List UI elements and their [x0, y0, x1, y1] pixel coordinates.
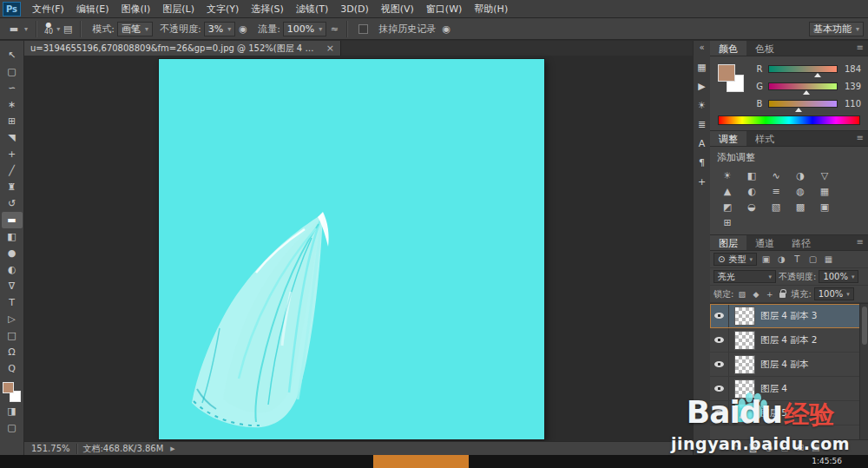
new-layer-icon[interactable]: ⊞	[797, 443, 804, 452]
document-tab[interactable]: u=3194655196,670808809&fm=26&gp=0.jpg @ …	[24, 41, 341, 56]
dodge-tool[interactable]: ◐	[2, 261, 23, 278]
erase-to-history-checkbox[interactable]	[358, 24, 368, 34]
eyedropper-tool[interactable]: ◥	[2, 129, 23, 146]
adjustment-preset-icon[interactable]: ◒	[740, 199, 764, 214]
paragraph-panel-icon[interactable]: ¶	[694, 153, 710, 172]
panel-menu-icon[interactable]: ≡	[857, 41, 868, 56]
menu-help[interactable]: 帮助(H)	[468, 0, 514, 18]
brush-preset-picker[interactable]: ● 40	[41, 21, 56, 36]
layer-row[interactable]: 图层 4 副本	[710, 353, 868, 377]
menu-select[interactable]: 选择(S)	[245, 0, 290, 18]
clone-source-panel-icon[interactable]: +	[694, 172, 710, 191]
quick-selection-tool[interactable]: ∗	[2, 96, 23, 113]
layer-name[interactable]: 图层 5	[760, 407, 787, 419]
tab-adjustments[interactable]: 调整	[710, 131, 746, 146]
visibility-cell[interactable]	[710, 377, 729, 400]
adjustment-preset-icon[interactable]: ☀	[715, 168, 740, 183]
color-spectrum-ramp[interactable]	[718, 115, 860, 125]
filter-adjustment-layers-icon[interactable]: ◑	[775, 254, 788, 264]
adjustment-preset-icon[interactable]: ▩	[788, 199, 812, 214]
blue-channel-slider[interactable]	[768, 100, 838, 108]
red-channel-value[interactable]: 184	[842, 64, 861, 74]
adjustment-preset-icon[interactable]: ◍	[788, 183, 812, 199]
menu-image[interactable]: 图像(I)	[115, 0, 156, 18]
crop-tool[interactable]: ⊞	[2, 113, 23, 129]
layer-row[interactable]: 图层 4 副本 3	[710, 304, 868, 328]
layer-thumbnail[interactable]	[734, 379, 755, 399]
history-panel-icon[interactable]: ▦	[694, 57, 710, 76]
mode-select[interactable]: 画笔 ▾	[117, 22, 153, 36]
eraser-tool[interactable]: ▬	[2, 212, 23, 228]
gradient-tool[interactable]: ◧	[2, 228, 23, 245]
menu-edit[interactable]: 编辑(E)	[70, 0, 115, 18]
menu-window[interactable]: 窗口(W)	[420, 0, 468, 18]
layer-style-icon[interactable]: fx	[733, 443, 740, 452]
adjustment-preset-icon[interactable]: ▦	[812, 183, 837, 199]
layer-row[interactable]: 图层 5	[710, 401, 868, 425]
lock-transparency-icon[interactable]: ▨	[736, 290, 747, 299]
path-selection-tool[interactable]: ▷	[2, 311, 23, 327]
layer-name[interactable]: 图层 4 副本 3	[760, 310, 817, 322]
lock-all-icon[interactable]	[779, 293, 786, 298]
foreground-color-swatch[interactable]	[3, 382, 14, 393]
canvas-image[interactable]	[159, 59, 544, 439]
toggle-brush-panel-icon[interactable]: ▤	[60, 23, 76, 35]
character-panel-icon[interactable]: A	[694, 134, 710, 153]
close-icon[interactable]: ×	[326, 43, 334, 54]
adjustment-preset-icon[interactable]: ∿	[764, 168, 788, 183]
expand-panels-icon[interactable]: «	[699, 41, 704, 57]
marquee-tool[interactable]: ▢	[2, 63, 23, 80]
visibility-cell[interactable]	[710, 304, 729, 327]
red-channel-slider[interactable]	[768, 65, 838, 73]
brush-tool[interactable]: ╱	[2, 162, 23, 179]
type-tool[interactable]: T	[2, 294, 23, 311]
menu-layer[interactable]: 图层(L)	[156, 0, 201, 18]
actions-panel-icon[interactable]: ▶	[694, 76, 710, 96]
adjustment-layer-icon[interactable]: ◑	[766, 443, 773, 452]
lasso-tool[interactable]: ∽	[2, 80, 23, 96]
clone-stamp-tool[interactable]: ♜	[2, 179, 23, 195]
menu-3d[interactable]: 3D(D)	[334, 1, 375, 17]
filter-shape-layers-icon[interactable]: ▢	[806, 254, 819, 264]
tab-paths[interactable]: 路径	[783, 235, 819, 250]
blur-tool[interactable]: ●	[2, 245, 23, 261]
layer-thumbnail[interactable]	[734, 331, 755, 350]
blend-mode-select[interactable]: 亮光 ▾	[713, 270, 776, 283]
adjustment-preset-icon[interactable]: ◩	[715, 199, 740, 214]
adjustment-preset-icon[interactable]: ▧	[764, 199, 788, 214]
menu-type[interactable]: 文字(Y)	[201, 0, 245, 18]
tab-channels[interactable]: 通道	[746, 235, 783, 250]
adjustment-preset-icon[interactable]: ▲	[715, 183, 740, 199]
adjustments-panel-icon[interactable]: ☀	[694, 96, 710, 115]
history-brush-tool[interactable]: ↺	[2, 195, 23, 212]
visibility-cell[interactable]	[710, 401, 729, 425]
slider-handle[interactable]	[795, 108, 802, 112]
tab-layers[interactable]: 图层	[710, 235, 746, 250]
healing-brush-tool[interactable]: +	[2, 146, 23, 162]
status-menu-arrow-icon[interactable]: ▶	[170, 445, 174, 452]
tool-preset-picker[interactable]: ▬ ▾	[3, 23, 31, 35]
blue-channel-value[interactable]: 110	[842, 99, 861, 109]
menu-view[interactable]: 视图(V)	[375, 0, 420, 18]
green-channel-slider[interactable]	[768, 82, 838, 90]
lock-position-icon[interactable]: +	[764, 290, 775, 299]
adjustment-preset-icon[interactable]: ◧	[740, 168, 764, 183]
filter-pixel-layers-icon[interactable]: ▣	[760, 254, 773, 264]
layer-row[interactable]: 图层 4	[710, 377, 868, 401]
taskbar-active-app[interactable]	[373, 455, 469, 468]
visibility-cell[interactable]	[710, 328, 729, 352]
tab-swatches[interactable]: 色板	[746, 41, 783, 56]
adjustment-preset-icon[interactable]: ◐	[740, 183, 764, 199]
airbrush-icon[interactable]: ≈	[326, 23, 342, 35]
shape-tool[interactable]: □	[2, 327, 23, 344]
green-channel-value[interactable]: 139	[842, 82, 861, 91]
slider-handle[interactable]	[803, 90, 810, 95]
pen-pressure-icon[interactable]: ◉	[235, 23, 251, 35]
quick-mask-icon[interactable]: ◨	[2, 403, 23, 419]
new-group-icon[interactable]: ▢	[780, 443, 788, 452]
delete-layer-icon[interactable]: ▤	[812, 443, 819, 452]
layer-name[interactable]: 图层 4 副本 2	[760, 334, 817, 346]
foreground-color-swatch[interactable]	[718, 64, 735, 82]
fill-select[interactable]: 100% ▾	[814, 287, 854, 300]
adjustment-preset-icon[interactable]: ▽	[812, 168, 837, 183]
